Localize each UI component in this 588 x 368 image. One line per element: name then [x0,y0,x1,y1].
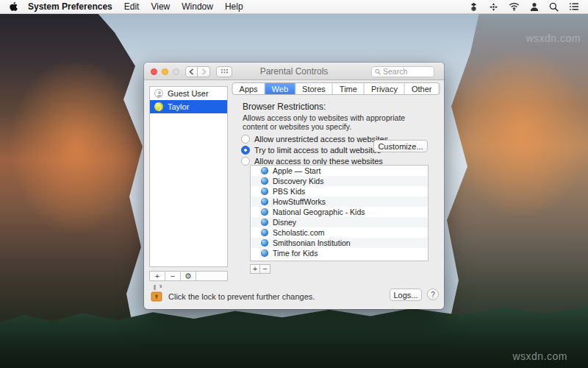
section-title: Browser Restrictions: [243,102,326,112]
radio-button-icon[interactable] [241,157,250,166]
watermark-bottom: wsxdn.com [512,350,567,362]
globe-favicon-icon [261,188,268,195]
tab[interactable]: Stores [295,83,333,94]
spotlight-search-icon[interactable] [549,2,559,12]
dropbox-icon[interactable] [469,2,478,12]
radio-option[interactable]: Allow unrestricted access to websites [241,135,388,144]
notification-center-icon[interactable] [569,2,579,11]
window-title-bar[interactable]: Parental Controls [144,63,444,80]
globe-favicon-icon [261,167,268,174]
tab[interactable]: Web [265,83,295,94]
globe-favicon-icon [261,250,268,257]
tab[interactable]: Apps [233,83,265,94]
menu-item[interactable]: Edit [124,1,140,12]
search-icon [375,68,381,75]
radio-label: Try to limit access to adult websites [254,146,381,155]
logs-button[interactable]: Logs... [390,289,422,301]
user-list-toolbar-button[interactable]: − [165,272,181,280]
customize-button[interactable]: Customize... [373,140,428,152]
website-name: HowStuffWorks [273,197,326,206]
radio-button-icon[interactable] [241,146,250,155]
website-name: National Geographic - Kids [273,208,365,216]
menu-bar: System Preferences EditViewWindowHelp [0,0,588,14]
tab[interactable]: Time [333,83,365,94]
website-name: Time for Kids [273,249,318,258]
website-name: Apple — Start [273,166,320,175]
radio-button-icon[interactable] [241,135,250,144]
section-description: Allows access only to websites with appr… [243,114,431,131]
menu-item[interactable]: View [151,1,170,12]
unlocked-padlock-icon[interactable] [150,285,163,302]
help-button[interactable]: ? [427,289,439,300]
window-content: Guest User Taylor +−⚙ AppsWebStoresTimeP… [144,80,444,309]
menu-bar-status-area [469,2,588,12]
user-name: Guest User [168,89,209,98]
user-list-item[interactable]: Guest User [150,87,227,100]
menu-item[interactable]: Help [225,1,243,12]
globe-favicon-icon [261,198,268,205]
search-field[interactable] [371,66,434,77]
add-website-button[interactable]: + [250,264,260,274]
website-list-item[interactable]: Disney [251,217,428,227]
tab-bar: AppsWebStoresTimePrivacyOther [232,82,440,95]
globe-favicon-icon [261,208,268,216]
website-list-toolbar: + − [250,264,270,274]
website-list-item[interactable]: National Geographic - Kids [251,207,428,217]
remove-website-button[interactable]: − [260,264,270,274]
wallpaper-left-cliff [0,13,147,347]
watermark-top: wsxdn.com [526,32,581,44]
website-list-item[interactable]: Apple — Start [251,166,428,176]
radio-option[interactable]: Try to limit access to adult websites [241,146,381,155]
tab[interactable]: Other [405,83,440,94]
website-list-item[interactable]: PBS Kids [251,186,428,197]
website-list: Apple — Start Discovery Kids PBS Kids Ho… [250,165,429,261]
globe-favicon-icon [261,239,268,247]
user-name: Taylor [168,102,189,111]
globe-favicon-icon [261,177,268,185]
apple-menu[interactable] [9,1,18,12]
website-name: Disney [273,218,296,227]
menu-item[interactable]: Window [182,1,213,12]
apple-logo-icon [9,1,18,12]
user-icon[interactable] [530,2,539,12]
wifi-icon[interactable] [509,2,520,11]
website-list-item[interactable]: Time for Kids [251,248,428,258]
globe-favicon-icon [261,229,268,236]
website-name: Smithsonian Institution [273,238,351,247]
user-list-item[interactable]: Taylor [150,100,227,113]
lock-hint-text: Click the lock to prevent further change… [168,292,315,301]
website-name: PBS Kids [273,187,305,196]
user-list-toolbar-button[interactable]: + [150,272,165,280]
website-name: Discovery Kids [273,177,323,185]
website-list-item[interactable]: HowStuffWorks [251,197,428,207]
radio-label: Allow unrestricted access to websites [254,135,388,144]
user-list-toolbar: +−⚙ [149,271,228,281]
website-list-item[interactable]: Discovery Kids [251,176,428,186]
website-name: Scholastic.com [273,228,325,237]
globe-favicon-icon [261,219,268,226]
tab[interactable]: Privacy [365,83,405,94]
parental-controls-window: Parental Controls Guest User Taylor +−⚙ [144,63,444,309]
fan-icon[interactable] [489,2,498,12]
search-input[interactable] [381,67,431,76]
website-list-item[interactable]: Smithsonian Institution [251,238,428,248]
user-avatar [154,102,163,111]
user-list: Guest User Taylor [149,86,228,267]
user-list-toolbar-button[interactable]: ⚙ [181,272,196,280]
desktop: wsxdn.com wsxdn.com System Preferences E… [0,0,588,368]
menu-app-name[interactable]: System Preferences [28,1,112,12]
website-list-item[interactable]: Scholastic.com [251,227,428,238]
user-avatar [154,89,163,98]
